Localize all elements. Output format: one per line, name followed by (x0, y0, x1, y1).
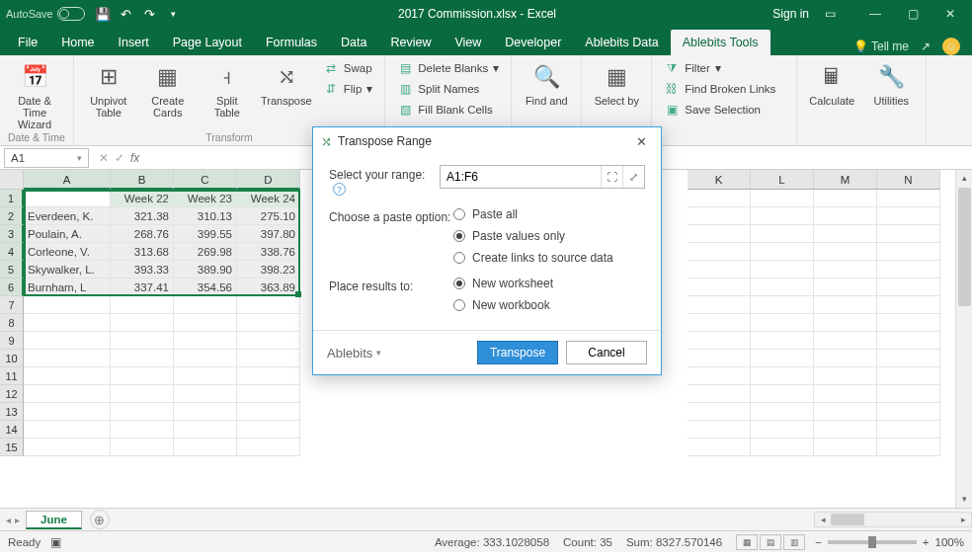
tell-me[interactable]: 💡 Tell me (853, 40, 909, 53)
cell[interactable] (877, 296, 940, 314)
minimize-button[interactable]: — (859, 4, 891, 24)
radio-new-worksheet[interactable]: New worksheet (453, 277, 553, 290)
cell[interactable] (751, 439, 814, 456)
radio-create-links[interactable]: Create links to source data (453, 251, 613, 265)
cell[interactable] (751, 296, 814, 314)
cell[interactable] (174, 439, 237, 456)
cell[interactable] (877, 439, 940, 456)
cell[interactable]: 268.76 (111, 225, 174, 243)
maximize-button[interactable]: ▢ (897, 4, 929, 24)
col-header[interactable]: N (877, 170, 940, 190)
cell[interactable]: Corleone, V. (24, 243, 111, 261)
cancel-button[interactable]: Cancel (566, 341, 647, 364)
cell[interactable] (877, 421, 940, 439)
ribbon-display-icon[interactable]: ▭ (825, 7, 836, 21)
cell[interactable] (877, 225, 940, 243)
autosave-switch[interactable] (57, 7, 85, 21)
save-icon[interactable]: 💾 (95, 6, 111, 22)
sign-in-link[interactable]: Sign in (772, 7, 809, 21)
cell[interactable] (111, 314, 174, 332)
cell[interactable] (174, 421, 237, 439)
find-broken-links-button[interactable]: ⛓Find Broken Links (660, 80, 788, 98)
cell[interactable] (111, 421, 174, 439)
cell[interactable] (877, 243, 940, 261)
cell[interactable] (877, 350, 940, 367)
tab-developer[interactable]: Developer (493, 30, 573, 55)
dialog-titlebar[interactable]: ⤭ Transpose Range ✕ (313, 127, 661, 155)
select-by-button[interactable]: ▦ Select by (590, 59, 643, 130)
cell[interactable]: Burnham, L (24, 279, 111, 296)
range-input[interactable] (441, 170, 601, 184)
calculate-button[interactable]: 🖩 Calculate (805, 59, 858, 130)
cell[interactable] (814, 243, 877, 261)
cell[interactable]: 310.13 (174, 207, 237, 225)
row-header[interactable]: 11 (0, 367, 24, 385)
cell[interactable]: 321.38 (111, 207, 174, 225)
row-header[interactable]: 9 (0, 332, 24, 350)
cell[interactable] (814, 296, 877, 314)
row-header[interactable]: 15 (0, 439, 24, 456)
row-header[interactable]: 8 (0, 314, 24, 332)
cell[interactable]: 389.90 (174, 261, 237, 279)
cell[interactable]: 393.33 (111, 261, 174, 279)
cell[interactable] (814, 403, 877, 421)
cell[interactable] (111, 403, 174, 421)
cell[interactable] (877, 367, 940, 385)
cell[interactable] (237, 367, 300, 385)
cell[interactable] (877, 261, 940, 279)
row-header[interactable]: 12 (0, 385, 24, 403)
cell[interactable] (174, 296, 237, 314)
flip-button[interactable]: ⇵Flip ▾ (319, 80, 377, 98)
cell[interactable] (814, 350, 877, 367)
transpose-button[interactable]: ⤭ Transpose (260, 59, 313, 130)
cell[interactable] (237, 403, 300, 421)
cell[interactable] (24, 403, 111, 421)
cell[interactable] (751, 190, 814, 207)
cell[interactable] (814, 225, 877, 243)
row-header[interactable]: 5 (0, 261, 24, 279)
cell[interactable] (24, 350, 111, 367)
cell[interactable] (174, 385, 237, 403)
hscroll-thumb[interactable] (831, 514, 864, 525)
cell[interactable] (174, 367, 237, 385)
dialog-close-button[interactable]: ✕ (630, 132, 653, 151)
collapse-dialog-icon[interactable]: ⛶ (601, 166, 622, 188)
row-header[interactable]: 6 (0, 279, 24, 296)
cell[interactable] (751, 385, 814, 403)
row-header[interactable]: 10 (0, 350, 24, 367)
split-table-button[interactable]: ⫞ Split Table (201, 59, 254, 130)
cell[interactable] (24, 367, 111, 385)
cell[interactable] (688, 350, 751, 367)
cell[interactable] (688, 190, 751, 207)
cell[interactable] (751, 243, 814, 261)
cell[interactable] (111, 332, 174, 350)
cell[interactable] (751, 367, 814, 385)
cell[interactable] (751, 421, 814, 439)
radio-paste-all[interactable]: Paste all (453, 207, 613, 221)
col-header[interactable]: A (24, 170, 111, 190)
tab-insert[interactable]: Insert (107, 30, 161, 55)
date-time-wizard-button[interactable]: 📅 Date & Time Wizard (8, 59, 61, 130)
cell[interactable] (877, 385, 940, 403)
cell[interactable]: Week 23 (174, 190, 237, 207)
cell[interactable] (174, 350, 237, 367)
cell[interactable] (751, 350, 814, 367)
cell[interactable]: Everdeen, K. (24, 207, 111, 225)
cell[interactable] (111, 350, 174, 367)
sheet-nav-first-icon[interactable]: ◂ (6, 515, 11, 525)
cell[interactable] (237, 296, 300, 314)
cell[interactable] (751, 314, 814, 332)
scroll-up-icon[interactable]: ▴ (956, 170, 972, 187)
cell[interactable] (24, 385, 111, 403)
zoom-in-button[interactable]: + (923, 536, 930, 548)
row-header[interactable]: 13 (0, 403, 24, 421)
cell[interactable] (24, 332, 111, 350)
cell[interactable] (751, 279, 814, 296)
cell[interactable] (688, 403, 751, 421)
cell[interactable] (174, 314, 237, 332)
expand-range-icon[interactable]: ⤢ (622, 166, 644, 188)
redo-icon[interactable]: ↷ (142, 6, 158, 22)
col-header[interactable]: L (751, 170, 814, 190)
cell[interactable] (814, 190, 877, 207)
row-header[interactable]: 4 (0, 243, 24, 261)
